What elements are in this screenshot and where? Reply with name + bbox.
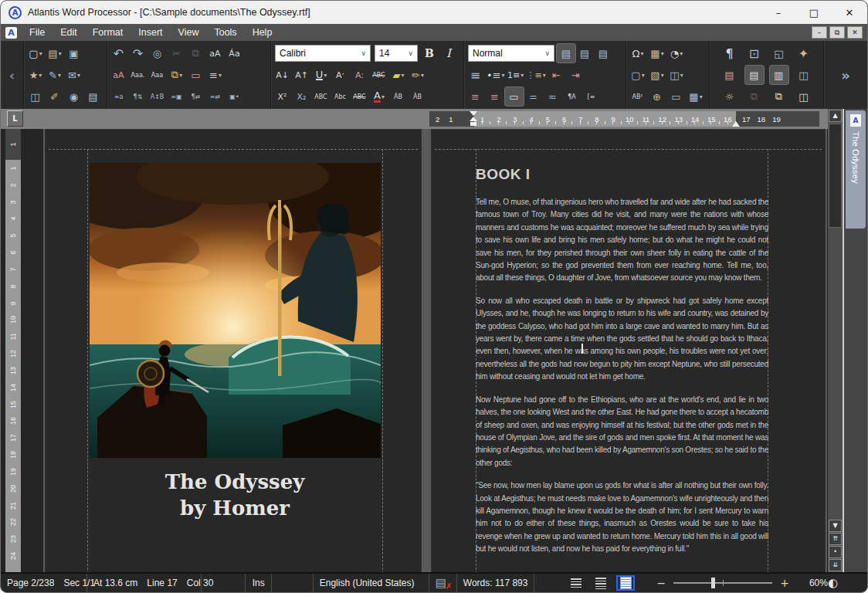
close-button[interactable]: ✕: [832, 1, 867, 24]
insert-break-button[interactable]: ▢▾: [629, 66, 647, 84]
open-document-button[interactable]: ▤▾: [46, 44, 64, 63]
reading-lamp-button[interactable]: ☼: [721, 87, 739, 106]
menu-tools[interactable]: Tools: [206, 24, 244, 41]
lowercase-button[interactable]: aA: [206, 44, 225, 63]
line-spacing-15-button[interactable]: =: [524, 87, 543, 106]
copy-window-button[interactable]: ⧉: [745, 87, 764, 106]
page-2[interactable]: BOOK I Tell me, O muse, of that ingeniou…: [431, 129, 827, 574]
strikethrough-button[interactable]: ABC: [370, 66, 388, 84]
print-button[interactable]: ▤: [84, 87, 103, 106]
browse-object-button[interactable]: •: [829, 546, 842, 558]
condense-spacing-button[interactable]: Aˑ: [331, 66, 350, 84]
contrast-toggle-icon[interactable]: ◐: [828, 576, 838, 590]
copy-button[interactable]: ⧉: [187, 44, 205, 63]
toolbars-menu-button[interactable]: ≡▾: [206, 66, 225, 84]
paste-button[interactable]: ⧉▾: [168, 66, 186, 84]
print-layout-toggle[interactable]: [616, 575, 635, 591]
paragraph[interactable]: Now Neptune had gone off to the Ethiopia…: [476, 394, 768, 469]
zoom-in-button[interactable]: +: [780, 577, 789, 589]
shrink-one-page-button[interactable]: ◱: [770, 44, 788, 63]
outline-view-button[interactable]: ▥: [770, 66, 788, 84]
insert-symbol-button[interactable]: Ω▾: [629, 44, 647, 63]
style-preview-list-button[interactable]: ▤: [594, 44, 612, 63]
small-caps-button[interactable]: Abc: [331, 87, 350, 106]
style-preview-next-button[interactable]: ▤: [575, 44, 594, 63]
multilevel-list-button[interactable]: ⋮≡▾: [526, 66, 547, 84]
insert-mode-toggle[interactable]: Ins: [246, 574, 272, 592]
scrollbar-thumb[interactable]: [829, 124, 842, 228]
favorites-button[interactable]: ★▾: [26, 66, 45, 84]
new-document-button[interactable]: ▢▾: [26, 44, 45, 63]
merge-lines-button[interactable]: ≡⇄: [206, 87, 225, 106]
all-caps-button[interactable]: ABC: [312, 87, 331, 106]
increase-indent-button[interactable]: ⇥: [567, 66, 585, 84]
font-color-button[interactable]: A▾: [370, 87, 388, 106]
cascade-windows-button[interactable]: ⧉: [770, 87, 788, 106]
send-mail-button[interactable]: ✉▾: [65, 66, 83, 84]
cut-button[interactable]: ✂: [168, 44, 186, 63]
save-special-button[interactable]: ✎▾: [46, 66, 64, 84]
justify-button[interactable]: ≡: [466, 66, 485, 84]
menu-edit[interactable]: Edit: [53, 24, 85, 41]
menu-help[interactable]: Help: [245, 24, 280, 41]
undo-button[interactable]: ↶: [110, 44, 128, 63]
horizontal-ruler[interactable]: 21 12345678910111213141516 171819: [429, 111, 819, 127]
menu-format[interactable]: Format: [85, 24, 131, 41]
highlight-button[interactable]: ▰▾: [389, 66, 408, 84]
print-preview-button[interactable]: ◉: [65, 87, 83, 106]
sentence-case-button[interactable]: Aaa.: [129, 66, 147, 84]
format-painter-button[interactable]: ✏▾: [409, 66, 427, 84]
previous-page-button[interactable]: ⇈: [829, 533, 842, 545]
tab-stop-selector[interactable]: L: [7, 110, 23, 127]
insert-textbox-button[interactable]: ▭: [667, 87, 686, 106]
vertical-ruler[interactable]: 1 12345678910111213141516171819202122232…: [5, 129, 21, 574]
underline-button[interactable]: U▾: [312, 66, 331, 84]
expand-toolbar-button[interactable]: »: [824, 41, 867, 109]
navigator-button[interactable]: ✦: [795, 44, 813, 63]
next-page-button[interactable]: ⇊: [829, 559, 842, 571]
formatting-marks-button[interactable]: ¶: [721, 44, 739, 63]
draft-view-button[interactable]: ▤: [721, 66, 739, 84]
paragraph[interactable]: "See now, how men lay blame upon us gods…: [476, 479, 768, 555]
menu-insert[interactable]: Insert: [131, 24, 170, 41]
autosave-button[interactable]: ▣•: [225, 87, 244, 106]
move-paragraph-button[interactable]: ¶⇄: [187, 87, 205, 106]
paragraph[interactable]: So now all who escaped death in battle o…: [476, 295, 768, 384]
paragraph-borders-button[interactable]: [≡: [582, 87, 601, 106]
sort-az-button[interactable]: A↕B: [148, 87, 167, 106]
italic-button[interactable]: I: [439, 44, 458, 63]
space-before-button[interactable]: ≡: [466, 87, 485, 106]
subscript-button[interactable]: X₂: [293, 87, 311, 106]
insert-time-button[interactable]: ◔▾: [667, 44, 686, 63]
web-layout-view-button[interactable]: ◫: [795, 66, 813, 84]
cover-title[interactable]: The Odyssey: [87, 469, 382, 495]
mdi-minimize-button[interactable]: –: [812, 26, 827, 39]
save-block-button[interactable]: ≡▣: [168, 87, 186, 106]
language-indicator[interactable]: English (United States): [314, 574, 429, 592]
eraser-button[interactable]: ▭: [187, 66, 205, 84]
split-window-button[interactable]: ◫: [795, 87, 813, 106]
insert-hyperlink-button[interactable]: ⊕: [648, 87, 666, 106]
toggle-case-button[interactable]: aA: [110, 66, 128, 84]
zoom-slider-thumb[interactable]: [711, 578, 715, 588]
zoom-out-button[interactable]: −: [656, 577, 666, 589]
title-case-button[interactable]: Aaa: [148, 66, 167, 84]
insert-footnote-button[interactable]: AB¹: [629, 87, 647, 106]
style-preview-current-button[interactable]: ▤: [557, 44, 575, 63]
zoom-slider[interactable]: [673, 582, 772, 584]
paragraph[interactable]: Tell me, O muse, of that ingenious hero …: [476, 196, 768, 285]
word-count-indicator[interactable]: Words: 117 893: [457, 574, 535, 592]
address-book-button[interactable]: ◫: [26, 87, 45, 106]
web-view-toggle[interactable]: [592, 575, 610, 591]
swap-paragraphs-button[interactable]: ¶⇅: [129, 87, 147, 106]
document-tab[interactable]: A The Odyssey: [846, 110, 866, 229]
font-size-combo[interactable]: 14 ∨: [375, 45, 418, 62]
insert-picture-button[interactable]: ▧▾: [648, 66, 666, 84]
menu-file[interactable]: File: [22, 24, 53, 41]
chapter-heading[interactable]: BOOK I: [476, 166, 531, 183]
print-layout-view-button[interactable]: ▤: [745, 66, 764, 84]
document-properties-button[interactable]: ✐: [46, 87, 64, 106]
numbered-list-button[interactable]: 1≡▾: [507, 66, 525, 84]
vertical-scrollbar[interactable]: ▲ ▼ ⇈ • ⇊: [828, 109, 843, 572]
sort-lines-button[interactable]: ≡a: [110, 87, 128, 106]
